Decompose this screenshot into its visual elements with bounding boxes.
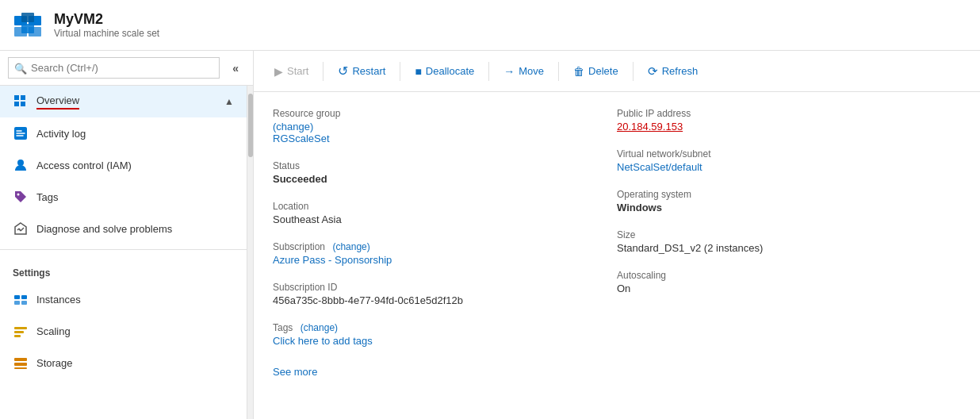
- page-header: MyVM2 Virtual machine scale set: [0, 0, 980, 51]
- toolbar-sep-1: [323, 62, 323, 81]
- start-button[interactable]: ▶ Start: [266, 60, 316, 83]
- sidebar-item-overview[interactable]: Overview ▲: [0, 86, 247, 117]
- detail-resource-group: Resource group (change) RGScaleSet: [273, 108, 617, 160]
- sidebar-scrollbar-thumb: [248, 94, 253, 157]
- overview-label: Overview: [36, 94, 79, 110]
- vm-scale-set-icon: [13, 10, 44, 41]
- details-grid: Resource group (change) RGScaleSet Statu…: [254, 92, 980, 419]
- sidebar-scroll-area: Overview ▲ Activity log Access control (…: [0, 86, 253, 419]
- delete-icon: 🗑: [573, 65, 584, 78]
- sidebar-item-scaling[interactable]: Scaling: [0, 315, 247, 347]
- toolbar: ▶ Start ↺ Restart ■ Deallocate → Move: [254, 51, 980, 92]
- restart-icon: ↺: [338, 63, 348, 79]
- details-left-col: Resource group (change) RGScaleSet Statu…: [273, 108, 617, 403]
- scaling-label: Scaling: [36, 325, 71, 337]
- svg-rect-22: [14, 335, 21, 337]
- page-subtitle: Virtual machine scale set: [54, 28, 159, 39]
- tags-add-link[interactable]: Click here to add tags: [273, 335, 373, 347]
- os-value: Windows: [617, 202, 929, 213]
- move-icon: →: [503, 65, 515, 78]
- sidebar-item-activity-log[interactable]: Activity log: [0, 117, 247, 149]
- sidebar-scrollbar[interactable]: [247, 86, 253, 419]
- tags-icon: [13, 189, 29, 205]
- svg-rect-17: [21, 295, 27, 299]
- scaling-icon: [13, 323, 29, 339]
- toolbar-sep-2: [400, 62, 400, 81]
- svg-rect-4: [21, 13, 34, 22]
- svg-rect-18: [14, 301, 20, 305]
- resource-group-change-link[interactable]: (change): [273, 121, 313, 133]
- toolbar-sep-5: [633, 62, 634, 81]
- refresh-button[interactable]: ⟳ Refresh: [640, 60, 706, 83]
- svg-rect-7: [21, 95, 25, 100]
- svg-rect-21: [14, 331, 24, 333]
- detail-subscription: Subscription (change) Azure Pass - Spons…: [273, 241, 617, 282]
- settings-section-label: Settings: [0, 255, 247, 283]
- subscription-value-link[interactable]: Azure Pass - Sponsorship: [273, 254, 392, 266]
- svg-rect-5: [21, 24, 34, 33]
- detail-os: Operating system Windows: [617, 189, 961, 229]
- search-row: 🔍 «: [0, 51, 253, 86]
- start-icon: ▶: [274, 65, 283, 78]
- activity-log-label: Activity log: [36, 128, 86, 140]
- svg-rect-16: [14, 295, 20, 299]
- sidebar-collapse-button[interactable]: «: [226, 59, 245, 78]
- scroll-up-arrow: ▲: [224, 96, 234, 107]
- storage-icon: [13, 355, 29, 371]
- deallocate-button[interactable]: ■ Deallocate: [407, 60, 482, 83]
- move-button[interactable]: → Move: [496, 60, 552, 83]
- main-content: ▶ Start ↺ Restart ■ Deallocate → Move: [254, 51, 980, 419]
- restart-button[interactable]: ↺ Restart: [330, 59, 393, 83]
- sidebar-item-instances[interactable]: Instances: [0, 283, 247, 315]
- sidebar-item-storage[interactable]: Storage: [0, 347, 247, 379]
- diagnose-label: Diagnose and solve problems: [36, 223, 172, 235]
- size-value: Standard_DS1_v2 (2 instances): [617, 242, 929, 254]
- vnet-link[interactable]: NetScalSet/default: [617, 161, 702, 173]
- main-layout: 🔍 « Overview ▲: [0, 51, 980, 419]
- detail-public-ip: Public IP address 20.184.59.153: [617, 108, 961, 148]
- svg-rect-6: [14, 95, 19, 100]
- detail-status: Status Succeeded: [273, 160, 617, 201]
- public-ip-link[interactable]: 20.184.59.153: [617, 121, 683, 133]
- svg-rect-9: [21, 102, 25, 106]
- see-more-link[interactable]: See more: [273, 366, 317, 378]
- subscription-id-value: 456a735c-8bbb-4e77-94fd-0c61e5d2f12b: [273, 294, 585, 306]
- toolbar-sep-4: [558, 62, 559, 81]
- svg-point-12: [17, 194, 20, 196]
- iam-icon: [13, 157, 29, 173]
- deallocate-icon: ■: [415, 65, 421, 78]
- toolbar-sep-3: [488, 62, 489, 81]
- tags-change-link[interactable]: (change): [301, 322, 338, 333]
- storage-label: Storage: [36, 357, 73, 369]
- refresh-icon: ⟳: [648, 64, 658, 79]
- iam-label: Access control (IAM): [36, 160, 132, 171]
- location-value: Southeast Asia: [273, 213, 585, 225]
- svg-line-15: [21, 228, 24, 231]
- instances-label: Instances: [36, 294, 81, 306]
- svg-rect-8: [14, 102, 19, 106]
- details-right-col: Public IP address 20.184.59.153 Virtual …: [617, 108, 961, 403]
- svg-point-11: [17, 160, 24, 166]
- subscription-change-link[interactable]: (change): [332, 241, 369, 252]
- svg-rect-23: [14, 358, 27, 361]
- sidebar-content: Overview ▲ Activity log Access control (…: [0, 86, 247, 419]
- detail-location: Location Southeast Asia: [273, 201, 617, 241]
- detail-tags: Tags (change) Click here to add tags: [273, 322, 617, 363]
- detail-vnet: Virtual network/subnet NetScalSet/defaul…: [617, 148, 961, 189]
- status-value: Succeeded: [273, 173, 585, 185]
- svg-rect-19: [21, 301, 27, 305]
- tags-label: Tags: [36, 191, 58, 203]
- instances-icon: [13, 291, 29, 307]
- sidebar-item-tags[interactable]: Tags: [0, 181, 247, 213]
- search-input[interactable]: [8, 57, 220, 79]
- sidebar-item-iam[interactable]: Access control (IAM): [0, 149, 247, 181]
- activity-icon: [13, 125, 29, 141]
- sidebar-item-diagnose[interactable]: Diagnose and solve problems: [0, 213, 247, 244]
- resource-group-value-link[interactable]: RGScaleSet: [273, 133, 330, 144]
- detail-autoscaling: Autoscaling On: [617, 270, 961, 310]
- detail-size: Size Standard_DS1_v2 (2 instances): [617, 229, 961, 270]
- diagnose-icon: [13, 221, 29, 236]
- delete-button[interactable]: 🗑 Delete: [565, 60, 626, 83]
- nav-divider: [0, 249, 247, 250]
- sidebar: 🔍 « Overview ▲: [0, 51, 254, 419]
